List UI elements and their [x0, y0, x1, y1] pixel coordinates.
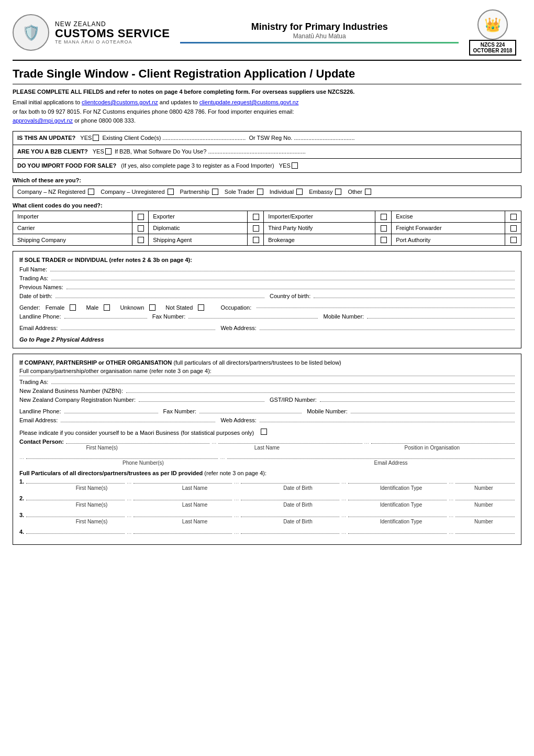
- dir3-last-name-dots[interactable]: [134, 517, 232, 517]
- email2-link[interactable]: clientupdate.request@customs.govt.nz: [199, 99, 299, 105]
- company-nz-checkbox[interactable]: [88, 189, 94, 195]
- which-are-you-row: Company – NZ Registered Company – Unregi…: [13, 185, 521, 198]
- occupation-dots[interactable]: [257, 308, 515, 308]
- freight-forwarder-cb[interactable]: [505, 222, 521, 234]
- shipping-agent-label: Shipping Agent: [149, 234, 248, 245]
- trading-as-dots[interactable]: [51, 280, 515, 280]
- dob-dots[interactable]: [55, 298, 264, 298]
- email3-link[interactable]: approvals@mpi.govt.nz: [13, 117, 73, 124]
- email-dots[interactable]: [61, 330, 215, 330]
- excise-label: Excise: [392, 211, 505, 222]
- dir4-dob-dots[interactable]: [241, 533, 339, 534]
- company-fax-dots[interactable]: [199, 413, 302, 413]
- contact-first-name-dots[interactable]: [66, 443, 209, 444]
- mobile-dots[interactable]: [367, 318, 515, 319]
- exporter-cb[interactable]: [248, 211, 264, 222]
- director-2-sublabels: First Name(s) Last Name Date of Birth Id…: [19, 502, 515, 508]
- dir1-id-type-dots[interactable]: [348, 483, 447, 484]
- contact-phone-dots[interactable]: [26, 458, 218, 459]
- company-landline-dots[interactable]: [64, 413, 158, 413]
- dir4-last-name-dots[interactable]: [134, 533, 232, 534]
- previous-names-dots[interactable]: [66, 289, 515, 289]
- gender-unknown-checkbox[interactable]: [149, 304, 155, 311]
- gst-field: GST/IRD Number:: [270, 397, 515, 403]
- diplomatic-cb[interactable]: [248, 222, 264, 234]
- dir2-last-name-dots[interactable]: [134, 500, 232, 500]
- dir4-first-name-dots[interactable]: [26, 533, 125, 534]
- brokerage-label: Brokerage: [264, 234, 375, 245]
- dir2-number-dots[interactable]: [455, 500, 515, 500]
- dob-label: Date of birth:: [19, 293, 52, 299]
- dir1-first-name-dots[interactable]: [26, 483, 125, 484]
- sole-trader-checkbox[interactable]: [257, 189, 263, 195]
- dir3-id-type-dots[interactable]: [348, 517, 447, 517]
- or-tsw-label: Or TSW Reg No. .........................…: [249, 135, 354, 141]
- is-update-checkbox[interactable]: [93, 135, 99, 141]
- which-sole-trader: Sole Trader: [225, 189, 263, 195]
- dir2-dob-dots[interactable]: [241, 500, 339, 500]
- email1-link[interactable]: clientcodes@customs.govt.nz: [82, 99, 158, 105]
- gender-row: Gender: Female Male Unknown Not Stated O…: [19, 304, 515, 311]
- gender-female-checkbox[interactable]: [70, 304, 76, 311]
- company-email-dots[interactable]: [61, 422, 215, 422]
- gender-not-stated-checkbox[interactable]: [198, 304, 204, 311]
- partnership-checkbox[interactable]: [212, 189, 218, 195]
- which-are-you-title: Which of these are you?:: [13, 177, 521, 183]
- company-name-dots[interactable]: [19, 376, 515, 376]
- dir2-id-type-dots[interactable]: [348, 500, 447, 500]
- excise-cb[interactable]: [505, 211, 521, 222]
- food-import-checkbox[interactable]: [292, 162, 298, 169]
- director-2-fields: 2. ... ... ... ...: [19, 495, 515, 501]
- dir1-number-dots[interactable]: [455, 483, 515, 484]
- company-trading-as-dots[interactable]: [51, 384, 515, 384]
- carrier-cb[interactable]: [132, 222, 149, 234]
- country-birth-label: Country of birth:: [270, 293, 310, 299]
- landline-dots[interactable]: [64, 318, 147, 319]
- web-dots[interactable]: [260, 330, 515, 330]
- contact-last-name-dots[interactable]: [218, 443, 362, 444]
- port-authority-cb[interactable]: [505, 234, 521, 245]
- company-reg-dots[interactable]: [139, 401, 264, 402]
- phone-numbers-sub: Phone Number(s): [19, 460, 267, 466]
- dir3-sub-dob: Date of Birth: [247, 519, 350, 524]
- company-web-dots[interactable]: [260, 422, 515, 422]
- dir4-number-dots[interactable]: [455, 533, 515, 534]
- gst-dots[interactable]: [320, 401, 515, 402]
- goto-page2[interactable]: Go to Page 2 Physical Address: [19, 336, 515, 343]
- third-party-cb[interactable]: [375, 222, 392, 234]
- nzcs-left-crest: 🛡️: [13, 14, 49, 51]
- dir4-id-type-dots[interactable]: [348, 533, 447, 534]
- contact-email-dots[interactable]: [227, 458, 515, 459]
- shipping-agent-cb[interactable]: [248, 234, 264, 245]
- country-birth-dots[interactable]: [314, 298, 515, 298]
- fax-dots[interactable]: [188, 318, 318, 319]
- importer-cb[interactable]: [132, 211, 149, 222]
- dir1-dob-dots[interactable]: [241, 483, 339, 484]
- contact-position-dots[interactable]: [371, 443, 515, 444]
- individual-checkbox[interactable]: [296, 189, 303, 195]
- dir3-dob-dots[interactable]: [241, 517, 339, 517]
- maori-business-checkbox[interactable]: [261, 429, 267, 435]
- company-unreg-checkbox[interactable]: [168, 189, 174, 195]
- company-mobile-dots[interactable]: [351, 413, 515, 413]
- b2b-software-label: If B2B, What Software Do You Use? ......…: [115, 148, 306, 155]
- company-email-field: Email Address:: [19, 417, 215, 423]
- shipping-company-cb[interactable]: [132, 234, 149, 245]
- company-email-label: Email Address:: [19, 417, 58, 423]
- nzbn-dots[interactable]: [126, 392, 515, 393]
- ellipsis-2: ...: [364, 439, 369, 445]
- company-mobile-label: Mobile Number:: [307, 408, 348, 414]
- b2b-checkbox[interactable]: [105, 148, 112, 155]
- dir1-last-name-dots[interactable]: [134, 483, 232, 484]
- dir2-first-name-dots[interactable]: [26, 500, 125, 500]
- port-authority-label: Port Authority: [392, 234, 505, 245]
- importer-exporter-cb[interactable]: [375, 211, 392, 222]
- full-name-dots[interactable]: [50, 271, 515, 271]
- brokerage-cb[interactable]: [375, 234, 392, 245]
- other-checkbox[interactable]: [365, 189, 371, 195]
- dir3-first-name-dots[interactable]: [26, 517, 125, 517]
- embassy-checkbox[interactable]: [335, 189, 341, 195]
- gender-male-checkbox[interactable]: [104, 304, 110, 311]
- contact-first-name-sub: First Name(s): [19, 445, 184, 451]
- dir3-number-dots[interactable]: [455, 517, 515, 517]
